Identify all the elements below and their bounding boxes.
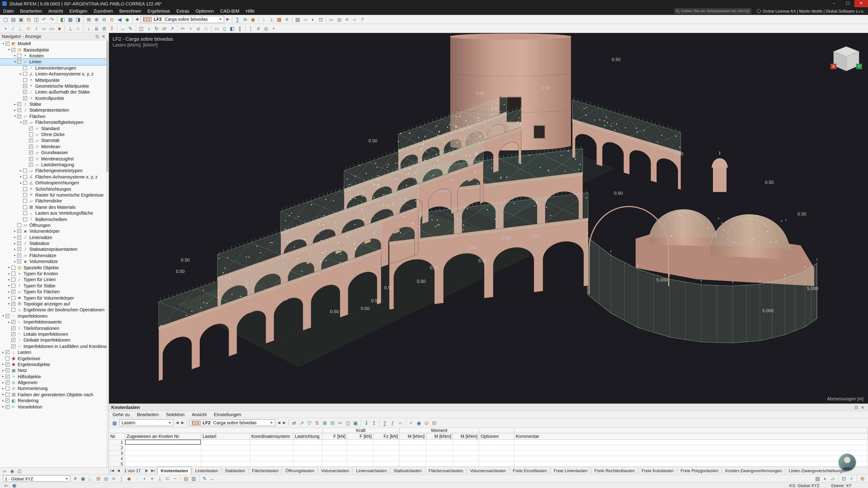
show-mesh-icon[interactable]: ▩ <box>275 15 283 23</box>
table-cell[interactable] <box>453 440 479 445</box>
paste-row-icon[interactable]: ▣ <box>352 419 360 426</box>
visibility-checkbox[interactable]: ✓ <box>29 144 33 149</box>
selection-mode-icon[interactable]: ▻ <box>3 482 10 488</box>
tree-item-name-des-materials[interactable]: ▦Name des Materials <box>0 204 106 210</box>
visibility-checkbox[interactable] <box>23 72 27 76</box>
render-wireframe-icon[interactable]: ▱ <box>302 15 309 23</box>
visibility-modes-icon[interactable]: ◐ <box>309 15 317 23</box>
tree-item-globale-imperfektionen[interactable]: ✓~Globale Imperfektionen <box>0 337 106 343</box>
work-grid-icon[interactable]: # <box>254 25 262 32</box>
table-cell[interactable] <box>201 445 250 451</box>
show-all-icon[interactable]: ⊙ <box>108 15 116 23</box>
last-page-button[interactable]: ▶| <box>150 468 156 473</box>
new-model-icon[interactable]: ▢ <box>2 15 9 23</box>
table-cell[interactable] <box>293 451 322 456</box>
visibility-checkbox[interactable]: ✓ <box>29 126 33 130</box>
chevron-collapsed-icon[interactable]: ▸ <box>13 260 17 263</box>
tree-item-membran[interactable]: ✓▱Membran <box>0 143 106 150</box>
col-header-m-knm[interactable]: M [kNm] <box>400 433 426 440</box>
table-cell[interactable] <box>453 451 479 456</box>
category-next-icon[interactable]: ▶ <box>180 419 185 426</box>
tree-item-öffnungen[interactable]: ▭Öffnungen <box>0 222 106 228</box>
chevron-collapsed-icon[interactable]: ▸ <box>1 405 5 409</box>
dock-icon[interactable]: ⊡ <box>853 405 860 410</box>
tree-item-balkenscheiben[interactable]: /Balkenscheiben <box>0 216 106 222</box>
check-entries-icon[interactable]: ✓ <box>407 419 415 426</box>
viewport-3d[interactable]: 0.500.500.500.500.500.500.500.500.500.50… <box>109 33 868 403</box>
plane-offset-icon[interactable]: ∥ <box>236 25 244 32</box>
table-cell[interactable] <box>293 456 322 461</box>
axes-toggle-icon[interactable]: + <box>848 475 855 482</box>
tab-flächenlasten[interactable]: Flächenlasten <box>249 467 281 474</box>
panel-loadcase-prev-icon[interactable]: ◀ <box>276 419 282 426</box>
midpoint-snap-icon[interactable]: · <box>133 475 141 482</box>
visibility-checkbox[interactable]: ✓ <box>17 114 21 119</box>
help-icon[interactable]: ? <box>359 15 366 23</box>
visibility-checkbox[interactable]: ✓ <box>17 235 21 239</box>
table-cell[interactable] <box>201 461 250 467</box>
tree-item-rendering[interactable]: ▸✓◧Rendering <box>0 398 106 404</box>
table-cell[interactable] <box>373 451 400 456</box>
tab-volumenlasten[interactable]: Volumenlasten <box>318 467 352 474</box>
table-cell[interactable] <box>515 445 868 451</box>
chevron-collapsed-icon[interactable]: ▸ <box>13 241 17 245</box>
col-header-m-knm[interactable]: M [kNm] <box>453 433 479 440</box>
table-cell[interactable] <box>515 451 868 456</box>
visibility-checkbox[interactable] <box>23 205 27 209</box>
grid-origin-select[interactable]: 1 - Global XYZ ▼ <box>3 475 70 482</box>
tab-flächensatzlasten[interactable]: Flächensatzlasten <box>426 467 466 474</box>
tree-item-linien-achsensysteme-x-y-z[interactable]: ▸∠Linien-Achsensysteme x, y, z <box>0 71 106 77</box>
object-snap-mode-icon[interactable]: ◆ <box>125 475 133 482</box>
perpendicular-snap-icon[interactable]: ⊥ <box>156 475 164 482</box>
table-cell[interactable] <box>250 461 293 467</box>
chevron-collapsed-icon[interactable]: ▸ <box>7 296 11 300</box>
show-results-icon[interactable]: ◉ <box>249 15 257 23</box>
chevron-collapsed-icon[interactable]: ▸ <box>13 108 17 112</box>
snap-indicator-icon[interactable]: ◉ <box>10 482 18 488</box>
table-cell[interactable] <box>400 440 426 445</box>
selection-pointer-icon[interactable]: ▻ <box>328 15 336 23</box>
menu-zuordnen[interactable]: Zuordnen <box>90 7 116 15</box>
chevron-collapsed-icon[interactable]: ▸ <box>1 399 5 402</box>
chevron-expanded-icon[interactable]: ▾ <box>13 60 17 64</box>
work-plane-xy-icon[interactable]: ▭ <box>213 25 221 32</box>
tree-item-standard[interactable]: ✓▱Standard <box>0 125 106 131</box>
chevron-collapsed-icon[interactable]: ▸ <box>13 254 17 257</box>
chevron-collapsed-icon[interactable]: ▸ <box>19 181 23 185</box>
insert-support-icon[interactable]: ⊥ <box>66 25 74 32</box>
visibility-checkbox[interactable]: ✓ <box>23 84 27 88</box>
tree-item-flächensteifigkeitstypen[interactable]: ▾✓▱Flächensteifigkeitstypen <box>0 119 106 125</box>
visibility-checkbox[interactable] <box>23 175 27 179</box>
load-on-node-icon[interactable]: ↓ <box>85 25 93 32</box>
tables-toggle-icon[interactable]: ▦ <box>66 15 74 23</box>
tree-item-linien-außerhalb-der-stäbe[interactable]: ✓∕Linien außerhalb der Stäbe <box>0 89 106 95</box>
work-plane-xz-icon[interactable]: ▯ <box>221 25 228 32</box>
menu-bearbeiten[interactable]: Bearbeiten <box>17 7 45 15</box>
tree-item-nummerierung[interactable]: ▸#Nummerierung <box>0 386 106 392</box>
mirror-object-icon[interactable]: ⇄ <box>160 25 168 32</box>
endpoint-snap-icon[interactable]: • <box>141 475 148 482</box>
load-on-surface-icon[interactable]: ≣ <box>100 25 108 32</box>
tree-item-imperfektionen-in-lastfällen-und-kombinationen-a[interactable]: ✓~Imperfektionen in Lastfällen und Kombi… <box>0 343 106 349</box>
tree-item-grundwasser[interactable]: ✓▱Grundwasser <box>0 150 106 156</box>
work-plane-yz-icon[interactable]: ◧ <box>228 25 236 32</box>
navigation-cube[interactable]: X Y <box>830 44 863 76</box>
dimensions-visibility-icon[interactable]: ↔ <box>209 475 216 482</box>
trim-icon[interactable]: ✂ <box>179 25 187 32</box>
tree-item-raster-für-numerische-ergebnisse[interactable]: #Raster für numerische Ergebnisse <box>0 192 106 198</box>
chevron-expanded-icon[interactable]: ▾ <box>7 48 11 52</box>
table-cell[interactable] <box>347 445 373 451</box>
visibility-checkbox[interactable]: ✓ <box>5 368 9 372</box>
table-cell[interactable] <box>515 461 868 467</box>
previous-view-icon[interactable]: ◀ <box>116 15 123 23</box>
dimension-icon[interactable]: ↔ <box>119 25 127 32</box>
visibility-checkbox[interactable]: ✓ <box>29 157 33 161</box>
ortho-mode-icon[interactable]: ∟ <box>87 475 94 482</box>
chevron-collapsed-icon[interactable]: ▸ <box>7 266 11 269</box>
boolean-intersect-icon[interactable]: ∩ <box>202 25 210 32</box>
visibility-checkbox[interactable]: ✓ <box>17 248 21 252</box>
panels-toggle-icon[interactable]: ◨ <box>74 15 82 23</box>
sum-icon[interactable]: ∑ <box>381 419 389 426</box>
table-manager-icon[interactable]: ▦ <box>111 419 119 426</box>
visibility-checkbox[interactable] <box>23 187 27 191</box>
